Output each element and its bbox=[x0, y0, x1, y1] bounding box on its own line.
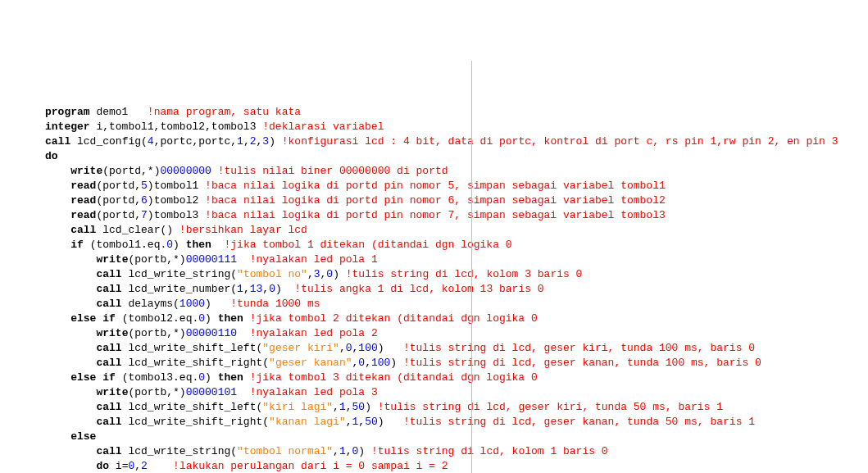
token-num: 5 bbox=[141, 180, 148, 192]
token-ident: (portb,*) bbox=[128, 386, 185, 398]
token-ident: , bbox=[307, 268, 314, 280]
token-ident bbox=[45, 224, 70, 236]
code-line[interactable]: call lcd_write_shift_right("kanan lagi",… bbox=[45, 415, 868, 430]
code-editor[interactable]: program demo1 !nama program, satu katain… bbox=[0, 61, 868, 473]
token-ident: lcd_write_string( bbox=[122, 445, 237, 457]
token-kw: then bbox=[218, 371, 243, 384]
token-kw: then bbox=[218, 312, 243, 325]
token-cmt: !jika tombol 3 ditekan (ditandai dgn log… bbox=[250, 371, 538, 384]
code-line[interactable]: if (tombol1.eq.0) then !jika tombol 1 di… bbox=[45, 238, 868, 252]
token-num: 0 bbox=[166, 239, 173, 251]
token-cmt: !baca nilai logika di portd pin nomor 7,… bbox=[205, 209, 666, 221]
token-num: 7 bbox=[141, 209, 148, 221]
token-num: 100 bbox=[371, 357, 390, 369]
token-cmt: !nama program, satu kata bbox=[148, 106, 301, 118]
token-ident: ) bbox=[333, 268, 346, 280]
token-ident: ) bbox=[205, 312, 218, 325]
token-ident: lcd_config( bbox=[70, 135, 148, 148]
token-kw: if bbox=[70, 239, 84, 251]
token-num: 50 bbox=[352, 401, 366, 413]
token-num: 0 bbox=[198, 312, 205, 325]
token-kw: integer bbox=[45, 121, 90, 133]
token-cmt: !baca nilai logika di portd pin nomor 6,… bbox=[205, 194, 666, 207]
code-line[interactable]: call lcd_write_shift_left("geser kiri",0… bbox=[45, 341, 868, 356]
token-str: "kanan lagi" bbox=[269, 416, 346, 428]
token-ident: (portd,*) bbox=[102, 165, 160, 177]
token-ident: ) bbox=[365, 401, 378, 413]
token-kw: write bbox=[96, 253, 128, 266]
code-line[interactable]: write(portb,*)00000110 !nyalakan led pol… bbox=[45, 326, 868, 341]
token-ident: ) bbox=[173, 239, 186, 251]
token-kw: write bbox=[70, 165, 102, 177]
token-ident: i,tombol1,tombol2,tombol3 bbox=[90, 121, 263, 133]
token-ident: (portb,*) bbox=[128, 253, 185, 266]
code-line[interactable]: read(portd,5)tombol1 !baca nilai logika … bbox=[45, 179, 868, 193]
code-line[interactable]: program demo1 !nama program, satu kata bbox=[45, 105, 868, 120]
token-num: 3 bbox=[314, 268, 320, 280]
token-kw: call bbox=[45, 135, 70, 148]
token-num: 1 bbox=[237, 135, 243, 148]
token-ident: , bbox=[346, 445, 352, 457]
token-ident: , bbox=[333, 401, 339, 413]
code-line[interactable]: call lcd_write_string("tombol no",3,0) !… bbox=[45, 267, 868, 282]
code-line[interactable]: call lcd_write_number(1,13,0) !tulis ang… bbox=[45, 282, 868, 297]
code-line[interactable]: write(portb,*)00000101 !nyalakan led pol… bbox=[45, 385, 868, 400]
token-kw: call bbox=[96, 268, 121, 280]
token-ident: , bbox=[358, 416, 365, 428]
token-ident: , bbox=[333, 445, 339, 457]
code-line[interactable]: else bbox=[45, 430, 868, 444]
token-ident bbox=[45, 342, 96, 354]
token-ident: ) bbox=[358, 445, 371, 457]
code-line[interactable]: call lcd_clear() !bersihkan layar lcd bbox=[45, 223, 868, 238]
token-ident bbox=[45, 298, 96, 310]
token-num: 2 bbox=[141, 460, 148, 472]
token-ident bbox=[45, 371, 70, 384]
token-ident: lcd_write_shift_right( bbox=[122, 416, 269, 428]
token-ident: ) bbox=[205, 371, 218, 384]
token-kw: call bbox=[96, 401, 121, 413]
token-ident bbox=[45, 327, 96, 339]
token-ident bbox=[45, 239, 70, 251]
code-line[interactable]: else if (tombol3.eq.0) then !jika tombol… bbox=[45, 371, 868, 385]
token-kw: else bbox=[70, 430, 96, 443]
token-cmt: !nyalakan led pola 3 bbox=[250, 386, 378, 398]
code-line[interactable]: call lcd_write_string("tombol normal",1,… bbox=[45, 444, 868, 459]
token-cmt: !nyalakan led pola 1 bbox=[250, 253, 378, 266]
token-kw: call bbox=[96, 342, 121, 354]
token-ident bbox=[243, 312, 250, 325]
token-ident: ) bbox=[378, 416, 403, 428]
token-str: "geser kiri" bbox=[262, 342, 339, 354]
code-line[interactable]: integer i,tombol1,tombol2,tombol3 !dekla… bbox=[45, 120, 868, 134]
token-ident: (tombol1.eq. bbox=[84, 239, 166, 251]
token-ident: lcd_write_number( bbox=[122, 283, 237, 295]
token-num: 00000111 bbox=[186, 253, 237, 266]
token-num: 1 bbox=[237, 283, 243, 295]
code-line[interactable]: write(portd,*)00000000 !tulis nilai bine… bbox=[45, 164, 868, 179]
code-content[interactable]: program demo1 !nama program, satu katain… bbox=[45, 105, 868, 473]
code-line[interactable]: call delayms(1000) !tunda 1000 ms bbox=[45, 297, 868, 312]
code-line[interactable]: do i=0,2 !lakukan perulangan dari i = 0 … bbox=[45, 459, 868, 473]
token-kw: else if bbox=[70, 312, 116, 325]
token-ident: ) bbox=[205, 298, 230, 310]
token-ident: ) bbox=[269, 135, 282, 148]
token-cmt: !tulis string di lcd, kolom 1 baris 0 bbox=[371, 445, 608, 457]
token-kw: call bbox=[96, 298, 121, 310]
token-kw: write bbox=[96, 327, 128, 339]
code-line[interactable]: else if (tombol2.eq.0) then !jika tombol… bbox=[45, 312, 868, 326]
code-line[interactable]: call lcd_config(4,portc,portc,1,2,3) !ko… bbox=[45, 134, 868, 149]
code-line[interactable]: call lcd_write_shift_left("kiri lagi",1,… bbox=[45, 400, 868, 415]
code-line[interactable]: read(portd,7)tombol3 !baca nilai logika … bbox=[45, 208, 868, 223]
token-ident bbox=[211, 239, 225, 251]
code-line[interactable]: do bbox=[45, 149, 868, 164]
token-cmt: !tulis string di lcd, kolom 3 baris 0 bbox=[346, 268, 583, 280]
token-kw: read bbox=[70, 194, 96, 207]
token-ident bbox=[45, 268, 96, 280]
token-ident bbox=[45, 460, 96, 472]
code-line[interactable]: write(portb,*)00000111 !nyalakan led pol… bbox=[45, 252, 868, 267]
token-kw: then bbox=[186, 239, 211, 251]
code-line[interactable]: call lcd_write_shift_right("geser kanan"… bbox=[45, 356, 868, 371]
token-ident: lcd_clear() bbox=[96, 224, 179, 236]
token-ident: i= bbox=[109, 460, 128, 472]
code-line[interactable]: read(portd,6)tombol2 !baca nilai logika … bbox=[45, 193, 868, 208]
token-ident bbox=[45, 416, 96, 428]
